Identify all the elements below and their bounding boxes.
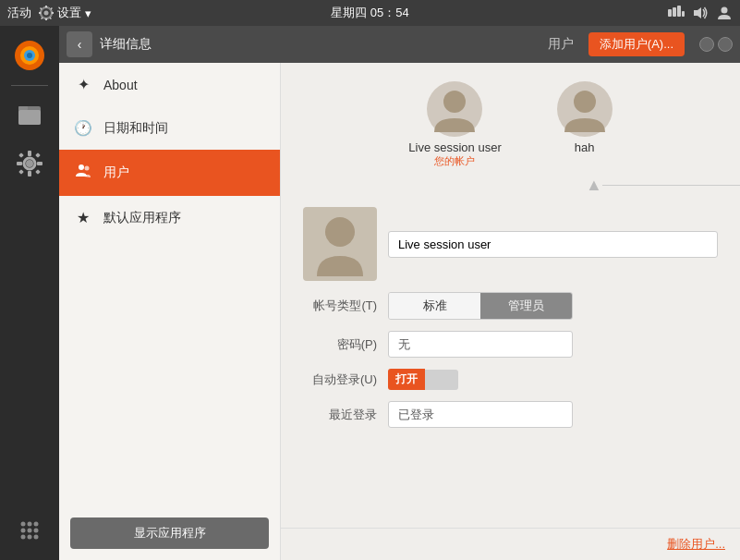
network-icon [668, 6, 685, 20]
svg-point-26 [34, 522, 39, 527]
form-fields [388, 231, 718, 258]
dock-firefox[interactable] [7, 33, 52, 78]
hah-avatar [557, 81, 613, 137]
users-svg-icon [75, 163, 91, 179]
close-button[interactable] [718, 37, 733, 52]
svg-point-38 [574, 91, 596, 113]
sidebar-item-about[interactable]: ✦ About [59, 63, 280, 106]
sidebar-default-apps-label: 默认应用程序 [103, 210, 181, 226]
svg-rect-4 [682, 11, 685, 17]
divider-row: ▲ [281, 177, 740, 192]
svg-point-6 [722, 7, 728, 14]
hah-name: hah [575, 140, 595, 154]
apps-grid-icon [17, 517, 42, 543]
svg-rect-13 [18, 106, 28, 110]
password-field-area [388, 331, 718, 358]
user-form: 帐号类型(T) 标准 管理员 密码(P) [281, 192, 740, 443]
last-login-input [388, 401, 573, 428]
user-form-avatar[interactable] [303, 207, 377, 281]
user-card-hah[interactable]: hah [557, 81, 613, 168]
sidebar: ✦ About 🕐 日期和时间 [59, 63, 281, 560]
divider-arrow-icon: ▲ [586, 177, 602, 193]
sidebar-item-datetime[interactable]: 🕐 日期和时间 [59, 106, 280, 150]
content-area: ‹ 详细信息 用户 添加用户(A)... ✦ About 🕐 日期和时间 [59, 26, 740, 560]
account-standard-button[interactable]: 标准 [389, 293, 480, 319]
sidebar-item-default-apps[interactable]: ★ 默认应用程序 [59, 196, 280, 239]
svg-rect-3 [677, 6, 681, 17]
svg-point-29 [34, 529, 39, 533]
autologin-row: 自动登录(U) 打开 [303, 369, 718, 390]
settings-dock-icon [15, 149, 44, 178]
show-apps-button[interactable]: 显示应用程序 [70, 517, 269, 549]
svg-rect-1 [668, 9, 672, 17]
dock-apps-grid[interactable] [7, 508, 52, 553]
svg-point-25 [28, 522, 32, 527]
back-button[interactable]: ‹ [67, 31, 92, 57]
topbar-right [668, 6, 733, 20]
avatar-name-row [303, 207, 718, 281]
svg-point-24 [21, 522, 26, 527]
minimize-button[interactable] [699, 37, 714, 52]
pane-layout: ✦ About 🕐 日期和时间 [59, 63, 740, 560]
window-header: ‹ 详细信息 用户 添加用户(A)... [59, 26, 740, 63]
last-login-field-area [388, 401, 718, 428]
files-icon [15, 101, 44, 130]
users-icon [74, 163, 92, 183]
divider-spacer [281, 185, 586, 186]
svg-rect-20 [35, 152, 41, 158]
svg-rect-16 [28, 171, 31, 177]
account-type-buttons: 标准 管理员 [388, 292, 573, 320]
bottom-bar: 删除用户... [281, 528, 740, 560]
dock [0, 26, 59, 560]
dock-files[interactable] [7, 93, 52, 138]
sidebar-bottom: 显示应用程序 [59, 506, 280, 560]
live-session-name: Live session user [408, 140, 501, 154]
svg-point-32 [34, 535, 39, 540]
user-status-icon [716, 6, 733, 20]
live-session-avatar [427, 81, 482, 137]
svg-point-36 [443, 91, 466, 113]
dock-bottom [7, 508, 52, 553]
svg-point-31 [28, 535, 32, 540]
star-filled-icon: ★ [74, 209, 92, 226]
window-controls [699, 37, 733, 52]
svg-point-10 [27, 53, 32, 58]
username-input[interactable] [388, 231, 718, 258]
main-panel: Live session user 您的帐户 hah [281, 63, 740, 560]
star-icon: ✦ [74, 76, 92, 93]
dock-settings[interactable] [7, 141, 52, 186]
sidebar-users-label: 用户 [103, 164, 129, 181]
svg-rect-2 [673, 7, 676, 17]
activities-button[interactable]: 活动 [7, 5, 31, 21]
topbar-left: 活动 设置 ▾ [7, 5, 91, 21]
svg-rect-18 [37, 162, 42, 165]
svg-point-28 [28, 529, 32, 533]
sidebar-about-label: About [103, 78, 138, 92]
sidebar-item-users[interactable]: 用户 [59, 150, 280, 196]
autologin-field-area: 打开 [388, 369, 718, 390]
toggle-on-label: 打开 [388, 369, 425, 390]
svg-rect-17 [17, 162, 22, 165]
add-user-button[interactable]: 添加用户(A)... [588, 32, 685, 56]
window-title: 详细信息 [100, 36, 540, 53]
settings-menu[interactable]: 设置 ▾ [39, 5, 91, 21]
account-admin-button[interactable]: 管理员 [480, 293, 572, 319]
svg-point-33 [79, 164, 84, 170]
user-cards: Live session user 您的帐户 hah [281, 63, 740, 177]
autologin-toggle[interactable]: 打开 [388, 369, 718, 390]
svg-point-27 [21, 529, 26, 533]
account-type-field: 标准 管理员 [388, 292, 718, 320]
last-login-label: 最近登录 [303, 407, 377, 423]
password-input[interactable] [388, 331, 573, 358]
clock-icon: 🕐 [74, 119, 92, 137]
svg-rect-19 [18, 152, 24, 158]
svg-rect-12 [18, 110, 41, 125]
svg-marker-5 [694, 7, 701, 18]
password-label: 密码(P) [303, 336, 377, 353]
svg-rect-21 [18, 169, 24, 175]
delete-user-button[interactable]: 删除用户... [667, 536, 725, 553]
settings-label: 设置 [57, 5, 81, 21]
svg-point-39 [325, 217, 355, 247]
user-card-live-session[interactable]: Live session user 您的帐户 [408, 81, 501, 168]
form-avatar-svg [312, 212, 368, 276]
